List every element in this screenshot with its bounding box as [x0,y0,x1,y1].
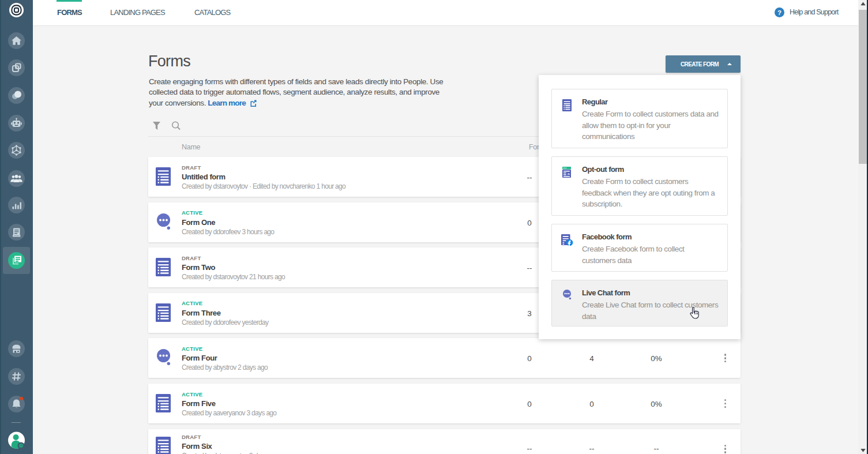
svg-text:?: ? [777,9,781,16]
